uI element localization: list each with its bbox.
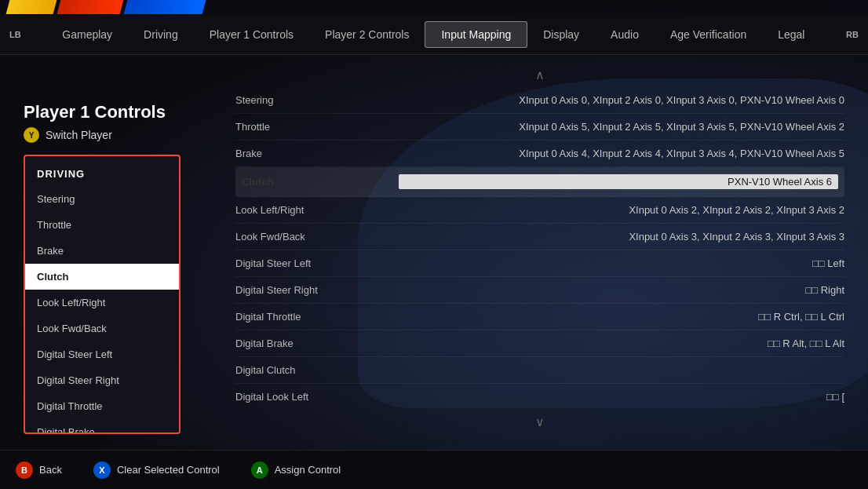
- control-row-clutch[interactable]: Clutch PXN-V10 Wheel Axis 6: [235, 167, 844, 197]
- control-binding-digitalsteerleft: □□ Left: [392, 257, 844, 269]
- control-row-brake[interactable]: Brake XInput 0 Axis 4, XInput 2 Axis 4, …: [235, 140, 844, 167]
- control-row-throttle[interactable]: Throttle XInput 0 Axis 5, XInput 2 Axis …: [235, 114, 844, 140]
- control-row-lookfwdback[interactable]: Look Fwd/Back XInput 0 Axis 3, XInput 2 …: [235, 224, 844, 250]
- menu-item-lookfwdback[interactable]: Look Fwd/Back: [25, 316, 179, 341]
- main-content: Player 1 Controls Y Switch Player DRIVIN…: [0, 55, 868, 450]
- nav-item-player2controls[interactable]: Player 2 Controls: [309, 22, 425, 47]
- menu-item-throttle[interactable]: Throttle: [25, 212, 179, 238]
- control-label-digitallookleft: Digital Look Left: [235, 391, 392, 403]
- back-button[interactable]: B Back: [16, 462, 62, 479]
- control-row-digitalclutch[interactable]: Digital Clutch: [235, 357, 844, 384]
- control-row-digitalsteerright[interactable]: Digital Steer Right □□ Right: [235, 277, 844, 304]
- nav-item-legal[interactable]: Legal: [762, 22, 820, 47]
- nav-item-ageverification[interactable]: Age Verification: [655, 22, 762, 47]
- nav-rb-button[interactable]: RB: [837, 30, 868, 39]
- control-binding-digitalsteerright: □□ Right: [392, 284, 844, 296]
- nav-items-container: Gameplay Driving Player 1 Controls Playe…: [31, 21, 837, 48]
- menu-item-digitalsteerright[interactable]: Digital Steer Right: [25, 367, 179, 393]
- control-label-digitalbrake: Digital Brake: [235, 338, 392, 349]
- control-binding-steering: XInput 0 Axis 0, XInput 2 Axis 0, XInput…: [392, 94, 844, 106]
- menu-item-digitalthrottle[interactable]: Digital Throttle: [25, 393, 179, 419]
- control-label-lookfwdback: Look Fwd/Back: [235, 231, 392, 243]
- control-label-clutch: Clutch: [242, 176, 399, 188]
- control-row-digitalbrake[interactable]: Digital Brake □□ R Alt, □□ L Alt: [235, 330, 844, 357]
- menu-item-clutch[interactable]: Clutch: [25, 264, 179, 290]
- scroll-up-button[interactable]: ∧: [235, 63, 844, 87]
- a-button-icon: A: [251, 462, 268, 479]
- menu-item-lookleftright[interactable]: Look Left/Right: [25, 290, 179, 316]
- nav-item-audio[interactable]: Audio: [595, 22, 655, 47]
- menu-item-brake[interactable]: Brake: [25, 238, 179, 264]
- controls-list: Steering XInput 0 Axis 0, XInput 2 Axis …: [235, 87, 844, 410]
- switch-player-label: Switch Player: [46, 129, 112, 141]
- player-title: Player 1 Controls: [24, 102, 196, 122]
- nav-item-display[interactable]: Display: [527, 22, 595, 47]
- control-binding-brake: XInput 0 Axis 4, XInput 2 Axis 4, XInput…: [392, 148, 844, 159]
- menu-section-title: DRIVING: [25, 168, 179, 186]
- control-row-digitalthrottle[interactable]: Digital Throttle □□ R Ctrl, □□ L Ctrl: [235, 304, 844, 330]
- control-label-digitalsteerleft: Digital Steer Left: [235, 257, 392, 269]
- top-decorative-bar: [0, 0, 868, 14]
- y-button-icon: Y: [24, 127, 39, 143]
- control-label-brake: Brake: [235, 148, 392, 159]
- control-row-steering[interactable]: Steering XInput 0 Axis 0, XInput 2 Axis …: [235, 87, 844, 114]
- control-binding-throttle: XInput 0 Axis 5, XInput 2 Axis 5, XInput…: [392, 121, 844, 133]
- nav-item-gameplay[interactable]: Gameplay: [46, 22, 128, 47]
- navigation-bar: LB Gameplay Driving Player 1 Controls Pl…: [0, 14, 868, 55]
- chevron-up-icon: ∧: [535, 68, 545, 82]
- control-binding-digitalthrottle: □□ R Ctrl, □□ L Ctrl: [392, 311, 844, 323]
- top-bar-red: [57, 0, 124, 14]
- assign-label: Assign Control: [275, 464, 341, 476]
- menu-item-digitalsteerleft[interactable]: Digital Steer Left: [25, 341, 179, 367]
- clear-button[interactable]: X Clear Selected Control: [93, 462, 220, 479]
- control-binding-lookfwdback: XInput 0 Axis 3, XInput 2 Axis 3, XInput…: [392, 231, 844, 243]
- b-button-icon: B: [16, 462, 33, 479]
- chevron-down-icon: ∨: [535, 414, 545, 429]
- control-label-throttle: Throttle: [235, 121, 392, 133]
- top-bar-yellow: [6, 0, 57, 14]
- nav-item-player1controls[interactable]: Player 1 Controls: [194, 22, 309, 47]
- clear-label: Clear Selected Control: [117, 464, 220, 476]
- left-panel: Player 1 Controls Y Switch Player DRIVIN…: [0, 55, 212, 450]
- x-button-icon: X: [93, 462, 111, 479]
- control-label-lookleftright: Look Left/Right: [235, 204, 392, 216]
- control-row-lookleftright[interactable]: Look Left/Right XInput 0 Axis 2, XInput …: [235, 197, 844, 224]
- control-row-digitalsteerleft[interactable]: Digital Steer Left □□ Left: [235, 250, 844, 277]
- bottom-bar: B Back X Clear Selected Control A Assign…: [0, 450, 868, 489]
- nav-lb-button[interactable]: LB: [0, 30, 31, 39]
- back-label: Back: [39, 464, 62, 476]
- driving-menu-panel: DRIVING Steering Throttle Brake Clutch L…: [24, 155, 181, 434]
- nav-item-driving[interactable]: Driving: [128, 22, 194, 47]
- control-binding-digitalbrake: □□ R Alt, □□ L Alt: [392, 338, 844, 349]
- control-row-digitallookleft[interactable]: Digital Look Left □□ [: [235, 384, 844, 410]
- control-binding-digitallookleft: □□ [: [392, 391, 844, 403]
- control-label-digitalclutch: Digital Clutch: [235, 364, 392, 376]
- menu-item-steering[interactable]: Steering: [25, 186, 179, 212]
- top-bar-blue: [124, 0, 206, 14]
- right-panel: ∧ Steering XInput 0 Axis 0, XInput 2 Axi…: [212, 55, 868, 450]
- switch-player-row[interactable]: Y Switch Player: [24, 127, 196, 143]
- scroll-down-button[interactable]: ∨: [235, 410, 844, 434]
- control-binding-clutch: PXN-V10 Wheel Axis 6: [399, 174, 838, 189]
- menu-item-digitalbrake[interactable]: Digital Brake: [25, 419, 179, 434]
- nav-item-inputmapping[interactable]: Input Mapping: [425, 21, 527, 48]
- assign-button[interactable]: A Assign Control: [251, 462, 341, 479]
- control-label-digitalthrottle: Digital Throttle: [235, 311, 392, 323]
- control-label-digitalsteerright: Digital Steer Right: [235, 284, 392, 296]
- control-label-steering: Steering: [235, 94, 392, 106]
- control-binding-lookleftright: XInput 0 Axis 2, XInput 2 Axis 2, XInput…: [392, 204, 844, 216]
